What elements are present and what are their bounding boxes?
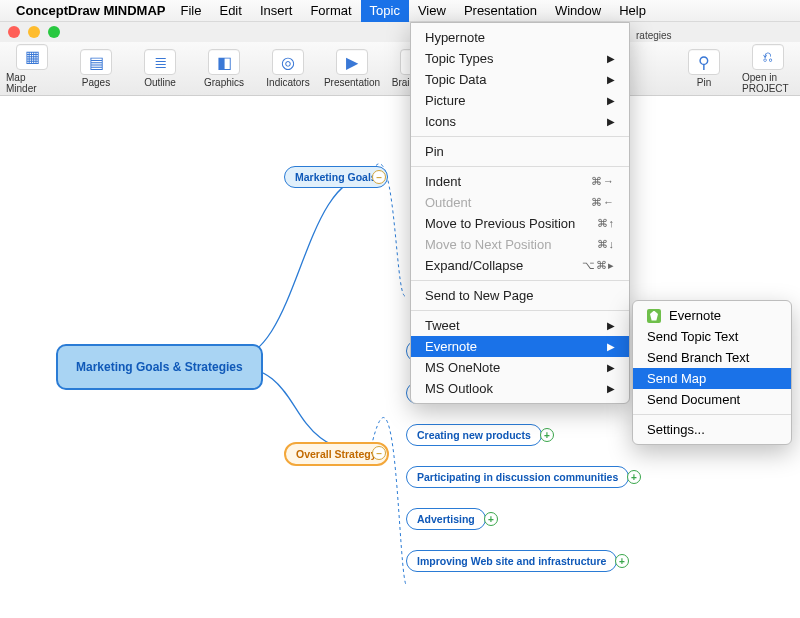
toolbar-graphics[interactable]: ◧Graphics [198, 49, 250, 88]
toolbar-indicators[interactable]: ◎Indicators [262, 49, 314, 88]
subtopic[interactable]: Participating in discussion communities [406, 466, 629, 488]
submenu-item-send-map[interactable]: Send Map [633, 368, 791, 389]
submenu-item-settings-[interactable]: Settings... [633, 419, 791, 440]
menu-item-picture[interactable]: Picture▶ [411, 90, 629, 111]
menu-presentation[interactable]: Presentation [455, 0, 546, 22]
menu-item-expand-collapse[interactable]: Expand/Collapse⌥⌘▸ [411, 255, 629, 276]
menu-topic[interactable]: Topic [361, 0, 409, 22]
menu-item-label: Icons [425, 114, 456, 129]
menu-item-label: Send to New Page [425, 288, 533, 303]
menu-item-tweet[interactable]: Tweet▶ [411, 315, 629, 336]
menu-item-icons[interactable]: Icons▶ [411, 111, 629, 132]
toolbar-label: Pages [82, 77, 110, 88]
menu-item-hypernote[interactable]: Hypernote [411, 27, 629, 48]
toolbar-label: Indicators [266, 77, 309, 88]
minimize-window-button[interactable] [28, 26, 40, 38]
menu-edit[interactable]: Edit [210, 0, 250, 22]
menu-insert[interactable]: Insert [251, 0, 302, 22]
menu-item-label: Pin [425, 144, 444, 159]
subtopic-label: Improving Web site and infrastructure [417, 555, 606, 567]
zoom-window-button[interactable] [48, 26, 60, 38]
evernote-submenu[interactable]: EvernoteSend Topic TextSend Branch TextS… [632, 300, 792, 445]
toolbar-pages[interactable]: ▤Pages [70, 49, 122, 88]
toolbar-presentation[interactable]: ▶Presentation [326, 49, 378, 88]
menu-item-label: Indent [425, 174, 461, 189]
menu-help[interactable]: Help [610, 0, 655, 22]
toolbar-outline[interactable]: ≣Outline [134, 49, 186, 88]
subtopic[interactable]: Improving Web site and infrastructure [406, 550, 617, 572]
window-controls [0, 22, 800, 42]
app-name[interactable]: ConceptDraw MINDMAP [16, 3, 166, 18]
menu-item-label: Move to Previous Position [425, 216, 575, 231]
menu-item-pin[interactable]: Pin [411, 141, 629, 162]
topic-label: Marketing Goals [295, 171, 377, 183]
submenu-item-send-topic-text[interactable]: Send Topic Text [633, 326, 791, 347]
expand-icon[interactable]: + [615, 554, 629, 568]
subtopic[interactable]: Advertising [406, 508, 486, 530]
menu-item-indent[interactable]: Indent⌘→ [411, 171, 629, 192]
menu-window[interactable]: Window [546, 0, 610, 22]
submenu-item-send-branch-text[interactable]: Send Branch Text [633, 347, 791, 368]
menu-item-label: MS Outlook [425, 381, 493, 396]
toolbar-label: Graphics [204, 77, 244, 88]
toolbar-label: Presentation [324, 77, 380, 88]
submenu-arrow-icon: ▶ [607, 320, 615, 331]
submenu-item-label: Settings... [647, 422, 705, 437]
menu-item-ms-outlook[interactable]: MS Outlook▶ [411, 378, 629, 399]
menu-item-move-to-next-position: Move to Next Position⌘↓ [411, 234, 629, 255]
submenu-arrow-icon: ▶ [607, 95, 615, 106]
pages-icon: ▤ [80, 49, 112, 75]
submenu-arrow-icon: ▶ [607, 341, 615, 352]
topic-menu-dropdown[interactable]: HypernoteTopic Types▶Topic Data▶Picture▶… [410, 22, 630, 404]
presentation-icon: ▶ [336, 49, 368, 75]
toolbar-pin[interactable]: ⚲Pin [678, 49, 730, 88]
menu-item-label: Topic Types [425, 51, 493, 66]
submenu-arrow-icon: ▶ [607, 53, 615, 64]
toolbar-label: Open in PROJECT [742, 72, 794, 94]
shortcut-label: ⌘↓ [597, 238, 616, 251]
submenu-arrow-icon: ▶ [607, 362, 615, 373]
menu-item-label: Outdent [425, 195, 471, 210]
graphics-icon: ◧ [208, 49, 240, 75]
submenu-item-label: Send Document [647, 392, 740, 407]
menu-item-ms-onenote[interactable]: MS OneNote▶ [411, 357, 629, 378]
subtopic-label: Participating in discussion communities [417, 471, 618, 483]
menu-item-label: Evernote [425, 339, 477, 354]
menu-item-label: Picture [425, 93, 465, 108]
pin-icon: ⚲ [688, 49, 720, 75]
close-window-button[interactable] [8, 26, 20, 38]
menu-item-send-to-new-page[interactable]: Send to New Page [411, 285, 629, 306]
menu-item-evernote[interactable]: Evernote▶ [411, 336, 629, 357]
submenu-item-label: Evernote [669, 308, 721, 323]
toolbar-map-minder[interactable]: ▦Map Minder [6, 44, 58, 94]
shortcut-label: ⌘← [591, 196, 615, 209]
menu-item-topic-data[interactable]: Topic Data▶ [411, 69, 629, 90]
toolbar-label: Map Minder [6, 72, 58, 94]
map-minder-icon: ▦ [16, 44, 48, 70]
shortcut-label: ⌘→ [591, 175, 615, 188]
menu-item-outdent: Outdent⌘← [411, 192, 629, 213]
toolbar-open-in-project[interactable]: ⎌Open in PROJECT [742, 44, 794, 94]
menu-item-move-to-previous-position[interactable]: Move to Previous Position⌘↑ [411, 213, 629, 234]
subtopic[interactable]: Creating new products [406, 424, 542, 446]
menu-format[interactable]: Format [301, 0, 360, 22]
expand-icon[interactable]: + [484, 512, 498, 526]
submenu-item-send-document[interactable]: Send Document [633, 389, 791, 410]
menu-item-label: Hypernote [425, 30, 485, 45]
toolbar: ▦Map Minder▤Pages≣Outline◧Graphics◎Indic… [0, 42, 800, 96]
root-topic[interactable]: Marketing Goals & Strategies [56, 344, 263, 390]
menu-file[interactable]: File [172, 0, 211, 22]
expand-icon[interactable]: + [540, 428, 554, 442]
system-menu-bar: ConceptDraw MINDMAP FileEditInsertFormat… [0, 0, 800, 22]
collapse-icon[interactable]: – [372, 446, 386, 460]
menu-view[interactable]: View [409, 0, 455, 22]
shortcut-label: ⌥⌘▸ [582, 259, 615, 272]
menu-item-topic-types[interactable]: Topic Types▶ [411, 48, 629, 69]
collapse-icon[interactable]: – [372, 170, 386, 184]
menu-item-label: Move to Next Position [425, 237, 551, 252]
toolbar-label: Pin [697, 77, 711, 88]
expand-icon[interactable]: + [627, 470, 641, 484]
submenu-item-evernote[interactable]: Evernote [633, 305, 791, 326]
menu-item-label: Tweet [425, 318, 460, 333]
open-in-project-icon: ⎌ [752, 44, 784, 70]
